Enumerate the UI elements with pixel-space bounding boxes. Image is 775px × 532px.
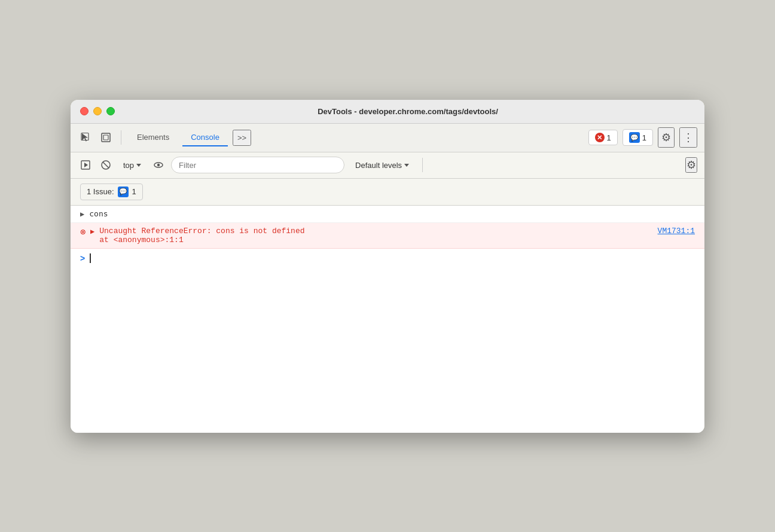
console-toolbar: top Default levels ⚙	[71, 152, 704, 179]
window-title: DevTools - developer.chrome.com/tags/dev…	[121, 107, 695, 116]
more-options-button[interactable]: ⋮	[679, 127, 697, 148]
prompt-cursor	[90, 253, 91, 263]
devtools-window: DevTools - developer.chrome.com/tags/dev…	[71, 100, 704, 433]
tab-elements[interactable]: Elements	[129, 129, 178, 146]
issue-message-icon: 💬	[118, 186, 129, 197]
svg-line-6	[103, 162, 109, 168]
settings-gear-button[interactable]: ⚙	[658, 127, 675, 148]
error-icon: ✕	[595, 133, 605, 142]
issue-count: 1	[132, 187, 136, 196]
toolbar-divider-1	[121, 130, 121, 145]
error-source-link[interactable]: VM1731:1	[658, 227, 695, 236]
run-icon	[80, 160, 91, 170]
clear-icon	[100, 160, 111, 170]
inspect-icon-button[interactable]	[98, 130, 114, 145]
clear-console-button[interactable]	[98, 157, 114, 173]
svg-rect-1	[102, 133, 110, 142]
default-levels-button[interactable]: Default levels	[349, 158, 415, 172]
console-row-error: ⊗ ▶ Uncaught ReferenceError: cons is not…	[71, 223, 704, 249]
prompt-arrow-icon: >	[80, 253, 85, 263]
console-settings-button[interactable]: ⚙	[685, 157, 697, 173]
filter-input[interactable]	[171, 157, 344, 173]
svg-point-8	[157, 164, 160, 166]
eye-icon	[153, 160, 164, 170]
issue-prefix: 1 Issue:	[87, 187, 114, 196]
close-button[interactable]	[80, 107, 89, 115]
cursor-icon	[80, 132, 91, 143]
maximize-button[interactable]	[106, 107, 115, 115]
error-sub-text: at <anonymous>:1:1	[99, 236, 183, 244]
main-toolbar: Elements Console >> ✕ 1 💬 1 ⚙ ⋮	[71, 124, 704, 152]
minimize-button[interactable]	[93, 107, 102, 115]
titlebar: DevTools - developer.chrome.com/tags/dev…	[71, 100, 704, 124]
error-circle-icon: ⊗	[80, 227, 86, 238]
error-badge-button[interactable]: ✕ 1	[588, 130, 618, 145]
error-sub-line: at <anonymous>:1:1	[99, 236, 695, 244]
context-label: top	[123, 161, 134, 170]
svg-rect-2	[103, 135, 108, 140]
message-icon: 💬	[629, 132, 640, 143]
default-levels-label: Default levels	[355, 161, 402, 170]
message-count: 1	[642, 133, 646, 142]
inspect-icon	[100, 132, 111, 143]
run-script-button[interactable]	[78, 157, 93, 173]
levels-chevron-icon	[404, 164, 409, 167]
context-selector[interactable]: top	[118, 158, 146, 172]
error-content: Uncaught ReferenceError: cons is not def…	[99, 227, 695, 244]
eye-button[interactable]	[151, 157, 166, 173]
error-main-text: Uncaught ReferenceError: cons is not def…	[99, 227, 657, 236]
issue-bar-content[interactable]: 1 Issue: 💬 1	[80, 184, 143, 200]
expand-icon[interactable]: ▶	[80, 209, 84, 219]
console-toolbar-divider	[422, 158, 423, 172]
console-content: ▶ cons ⊗ ▶ Uncaught ReferenceError: cons…	[71, 206, 704, 433]
svg-marker-4	[84, 163, 88, 167]
error-expand-icon[interactable]: ▶	[90, 227, 94, 236]
context-chevron-icon	[136, 164, 141, 167]
traffic-lights	[80, 107, 115, 115]
console-prompt-row[interactable]: >	[71, 249, 704, 268]
console-input-text: cons	[89, 209, 108, 218]
tab-console[interactable]: Console	[182, 129, 228, 146]
cursor-icon-button[interactable]	[78, 130, 93, 145]
error-main-line: Uncaught ReferenceError: cons is not def…	[99, 227, 695, 236]
error-count: 1	[607, 133, 611, 142]
issue-bar: 1 Issue: 💬 1	[71, 179, 704, 206]
message-badge-button[interactable]: 💬 1	[623, 129, 653, 146]
tab-more-button[interactable]: >>	[233, 130, 251, 146]
console-row-user-input: ▶ cons	[71, 206, 704, 223]
